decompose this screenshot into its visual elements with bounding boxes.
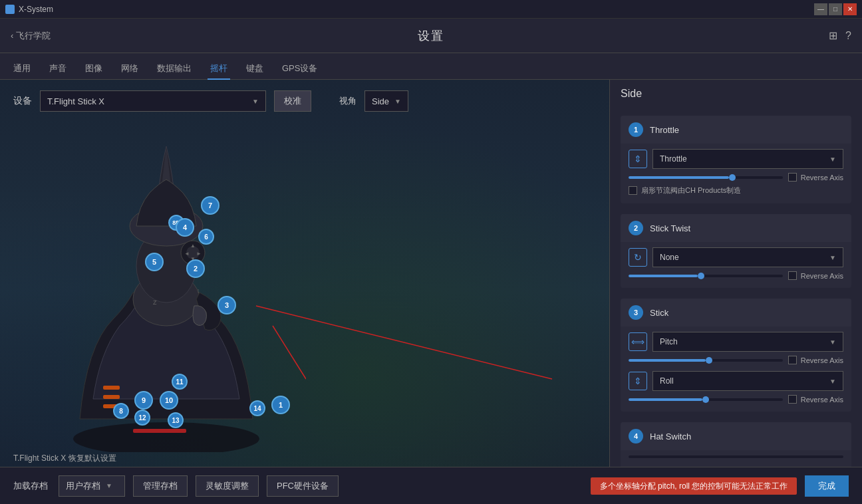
joystick-button-7[interactable]: 7 (201, 196, 219, 215)
device-dropdown[interactable]: T.Flight Stick X ▼ (40, 90, 266, 112)
right-panel: Side 1 Throttle ⇕ Throttle ▼ (609, 80, 862, 504)
help-icon-button[interactable]: ? (845, 30, 851, 42)
axis-pitch-icon-row: ⟺ Pitch ▼ (629, 332, 843, 352)
tab-joystick[interactable]: 摇杆 (208, 59, 230, 80)
axis-stick-header: 3 Stick (621, 299, 851, 326)
pitch-dropdown-arrow: ▼ (829, 338, 836, 346)
svg-text:►: ► (196, 251, 202, 257)
joystick-body: ▲ ▼ ◄ ► XY Z ↕ 8D 7 (27, 120, 359, 464)
joystick-button-12[interactable]: 12 (134, 410, 150, 426)
roll-dropdown[interactable]: Roll ▼ (652, 371, 843, 391)
throttle-slider[interactable] (629, 176, 783, 179)
svg-text:↕: ↕ (197, 287, 200, 294)
minimize-button[interactable]: — (814, 3, 827, 15)
back-chevron: ‹ (11, 31, 13, 41)
stick-twist-reverse-checkbox[interactable] (788, 271, 797, 280)
maximize-button[interactable]: □ (829, 3, 842, 15)
tab-gps[interactable]: GPS设备 (279, 59, 320, 80)
app-icon (5, 5, 15, 14)
joystick-button-1[interactable]: 1 (271, 396, 290, 414)
axis-stick-twist-header: 2 Stick Twist (621, 214, 851, 242)
archive-dropdown-arrow: ▼ (106, 482, 112, 489)
manage-archive-button[interactable]: 管理存档 (133, 475, 188, 497)
main-window: ‹ 飞行学院 设置 ⊞ ? 通用 声音 图像 网络 数据输出 摇杆 键盘 GPS… (0, 19, 862, 504)
joystick-button-4[interactable]: 4 (176, 218, 194, 237)
left-panel: 设备 T.Flight Stick X ▼ 校准 视角 Side ▼ (0, 80, 609, 504)
view-value: Side (372, 96, 389, 106)
axis-hat-switch-header: 4 Hat Switch (621, 422, 851, 450)
axis-stick-twist-icon-row: ↻ None ▼ (629, 247, 843, 267)
header: ‹ 飞行学院 设置 ⊞ ? (0, 19, 862, 53)
tab-image[interactable]: 图像 (82, 59, 105, 80)
pitch-reverse-checkbox[interactable] (788, 356, 797, 364)
throttle-reverse-checkbox[interactable] (788, 173, 797, 182)
joystick-area: ▲ ▼ ◄ ► XY Z ↕ 8D 7 (27, 120, 359, 464)
axis-throttle-header: 1 Throttle (621, 116, 851, 144)
stick-twist-dropdown[interactable]: None ▼ (652, 247, 843, 267)
roll-reverse-checkbox[interactable] (788, 395, 797, 404)
throttle-extra-label: 扇形节流阀由CH Products制造 (641, 186, 741, 195)
done-button[interactable]: 完成 (805, 475, 849, 497)
joystick-button-11[interactable]: 11 (172, 374, 188, 390)
roll-dropdown-arrow: ▼ (829, 378, 836, 385)
stick-twist-slider[interactable] (629, 275, 783, 277)
stick-twist-dropdown-value: None (660, 253, 679, 262)
tab-network[interactable]: 网络 (118, 59, 141, 80)
device-value: T.Flight Stick X (47, 96, 104, 106)
tab-data-output[interactable]: 数据输出 (154, 59, 194, 80)
throttle-dropdown[interactable]: Throttle ▼ (652, 149, 843, 169)
stick-twist-reverse-label: Reverse Axis (801, 272, 843, 280)
axis-stick-section: 3 Stick ⟺ Pitch ▼ (621, 299, 851, 412)
svg-rect-1 (103, 386, 120, 390)
svg-line-17 (273, 326, 306, 379)
view-dropdown[interactable]: Side ▼ (364, 90, 408, 112)
svg-text:▲: ▲ (190, 243, 196, 249)
stick-twist-slider-row: Reverse Axis (629, 271, 843, 280)
throttle-extra-checkbox[interactable] (629, 186, 637, 195)
page-title: 设置 (418, 28, 444, 44)
tab-keyboard[interactable]: 键盘 (243, 59, 266, 80)
joystick-button-2[interactable]: 2 (186, 259, 205, 278)
joystick-button-9[interactable]: 9 (134, 391, 153, 410)
throttle-reverse-label: Reverse Axis (801, 174, 843, 182)
axis-throttle-name: Throttle (650, 125, 679, 135)
sensitivity-button[interactable]: 灵敏度调整 (196, 475, 259, 497)
throttle-reverse-axis: Reverse Axis (788, 173, 843, 182)
joystick-button-3[interactable]: 3 (217, 296, 236, 315)
archive-label: 加载存档 (13, 480, 48, 492)
close-button[interactable]: ✕ (843, 3, 857, 15)
view-dropdown-arrow: ▼ (394, 98, 401, 105)
back-button[interactable]: ‹ 飞行学院 (11, 30, 51, 42)
joystick-button-14[interactable]: 14 (249, 400, 265, 416)
calibrate-button[interactable]: 校准 (274, 90, 311, 112)
axis-stick-number: 3 (629, 305, 643, 320)
pitch-reverse-axis: Reverse Axis (788, 356, 843, 364)
roll-slider[interactable] (629, 398, 783, 401)
joystick-button-6[interactable]: 6 (198, 229, 214, 245)
roll-axis-icon: ⇕ (629, 372, 647, 390)
tab-sound[interactable]: 声音 (47, 59, 69, 80)
axis-stick-twist-number: 2 (629, 221, 643, 235)
axis-roll-icon-row: ⇕ Roll ▼ (629, 371, 843, 391)
archive-dropdown[interactable]: 用户存档 ▼ (59, 475, 125, 497)
tab-general[interactable]: 通用 (11, 59, 33, 80)
throttle-extra-option: 扇形节流阀由CH Products制造 (629, 186, 843, 195)
svg-text:Z: Z (153, 299, 157, 306)
svg-text:◄: ◄ (184, 251, 190, 257)
joystick-button-5[interactable]: 5 (145, 253, 164, 271)
device-dropdown-arrow: ▼ (252, 98, 259, 105)
joystick-button-10[interactable]: 10 (160, 391, 178, 410)
hat-switch-slider[interactable] (629, 455, 843, 458)
pitch-slider[interactable] (629, 359, 783, 362)
app-name: X-System (19, 5, 53, 14)
joystick-button-13[interactable]: 13 (168, 412, 184, 428)
axis-throttle-icon-row: ⇕ Throttle ▼ (629, 149, 843, 169)
axis-stick-twist-body: ↻ None ▼ Reverse Axis (621, 242, 851, 288)
pfc-button[interactable]: PFC硬件设备 (267, 475, 339, 497)
roll-dropdown-value: Roll (660, 376, 674, 386)
title-bar: X-System — □ ✕ (0, 0, 862, 19)
settings-icon-button[interactable]: ⊞ (829, 29, 837, 42)
reset-label[interactable]: T.Flight Stick X 恢复默认设置 (13, 453, 116, 464)
joystick-button-8[interactable]: 8 (113, 403, 129, 419)
pitch-dropdown[interactable]: Pitch ▼ (652, 332, 843, 352)
